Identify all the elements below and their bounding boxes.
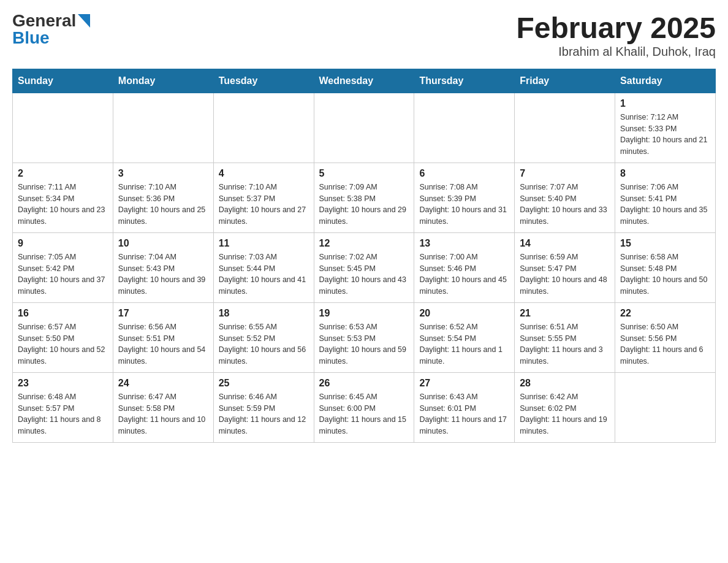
day-info: Sunrise: 7:08 AMSunset: 5:39 PMDaylight:…: [419, 182, 509, 228]
day-number: 4: [219, 168, 309, 179]
calendar-cell: [414, 93, 515, 163]
calendar-cell: 2Sunrise: 7:11 AMSunset: 5:34 PMDaylight…: [13, 163, 113, 232]
calendar-header: SundayMondayTuesdayWednesdayThursdayFrid…: [13, 69, 716, 93]
day-number: 19: [319, 308, 409, 319]
day-info: Sunrise: 7:10 AMSunset: 5:36 PMDaylight:…: [118, 182, 208, 228]
day-number: 20: [419, 308, 509, 319]
day-info: Sunrise: 7:04 AMSunset: 5:43 PMDaylight:…: [118, 251, 208, 297]
calendar-cell: 11Sunrise: 7:03 AMSunset: 5:44 PMDayligh…: [213, 232, 314, 302]
day-info: Sunrise: 7:09 AMSunset: 5:38 PMDaylight:…: [319, 182, 409, 228]
calendar-cell: 1Sunrise: 7:12 AMSunset: 5:33 PMDaylight…: [615, 93, 716, 163]
calendar-cell: 7Sunrise: 7:07 AMSunset: 5:40 PMDaylight…: [515, 163, 615, 232]
day-number: 16: [18, 308, 108, 319]
day-number: 22: [620, 308, 710, 319]
day-number: 14: [520, 238, 610, 249]
day-number: 2: [18, 168, 108, 179]
day-number: 26: [319, 378, 409, 389]
calendar-cell: 18Sunrise: 6:55 AMSunset: 5:52 PMDayligh…: [213, 302, 314, 372]
day-number: 5: [319, 168, 409, 179]
calendar-cell: 28Sunrise: 6:42 AMSunset: 6:02 PMDayligh…: [515, 372, 615, 442]
day-info: Sunrise: 7:11 AMSunset: 5:34 PMDaylight:…: [18, 182, 108, 228]
weekday-header-friday: Friday: [515, 69, 615, 93]
day-info: Sunrise: 6:56 AMSunset: 5:51 PMDaylight:…: [118, 321, 208, 367]
day-number: 28: [520, 378, 610, 389]
day-info: Sunrise: 6:43 AMSunset: 6:01 PMDaylight:…: [419, 391, 509, 437]
calendar-cell: [314, 93, 414, 163]
day-number: 7: [520, 168, 610, 179]
weekday-header-thursday: Thursday: [414, 69, 515, 93]
page-header: General Blue February 2025 Ibrahim al Kh…: [12, 12, 716, 59]
calendar-cell: 6Sunrise: 7:08 AMSunset: 5:39 PMDaylight…: [414, 163, 515, 232]
calendar-cell: 16Sunrise: 6:57 AMSunset: 5:50 PMDayligh…: [13, 302, 113, 372]
logo: General Blue: [12, 12, 90, 47]
weekday-header-row: SundayMondayTuesdayWednesdayThursdayFrid…: [13, 69, 716, 93]
calendar-cell: 15Sunrise: 6:58 AMSunset: 5:48 PMDayligh…: [615, 232, 716, 302]
calendar-week-3: 16Sunrise: 6:57 AMSunset: 5:50 PMDayligh…: [13, 302, 716, 372]
weekday-header-monday: Monday: [113, 69, 213, 93]
logo-general: General: [12, 12, 76, 29]
calendar-cell: 26Sunrise: 6:45 AMSunset: 6:00 PMDayligh…: [314, 372, 414, 442]
calendar-cell: 5Sunrise: 7:09 AMSunset: 5:38 PMDaylight…: [314, 163, 414, 232]
calendar-cell: 10Sunrise: 7:04 AMSunset: 5:43 PMDayligh…: [113, 232, 213, 302]
day-info: Sunrise: 7:03 AMSunset: 5:44 PMDaylight:…: [219, 251, 309, 297]
day-info: Sunrise: 7:12 AMSunset: 5:33 PMDaylight:…: [620, 112, 710, 158]
day-number: 10: [118, 238, 208, 249]
calendar-cell: [515, 93, 615, 163]
svg-marker-0: [78, 14, 90, 28]
day-number: 1: [620, 98, 710, 109]
day-number: 8: [620, 168, 710, 179]
day-number: 24: [118, 378, 208, 389]
day-number: 18: [219, 308, 309, 319]
calendar-cell: 8Sunrise: 7:06 AMSunset: 5:41 PMDaylight…: [615, 163, 716, 232]
day-info: Sunrise: 6:47 AMSunset: 5:58 PMDaylight:…: [118, 391, 208, 437]
day-number: 9: [18, 238, 108, 249]
calendar-week-2: 9Sunrise: 7:05 AMSunset: 5:42 PMDaylight…: [13, 232, 716, 302]
calendar-table: SundayMondayTuesdayWednesdayThursdayFrid…: [12, 69, 716, 443]
day-number: 17: [118, 308, 208, 319]
page-title: February 2025: [516, 12, 716, 45]
day-info: Sunrise: 6:59 AMSunset: 5:47 PMDaylight:…: [520, 251, 610, 297]
day-info: Sunrise: 6:46 AMSunset: 5:59 PMDaylight:…: [219, 391, 309, 437]
day-info: Sunrise: 6:48 AMSunset: 5:57 PMDaylight:…: [18, 391, 108, 437]
calendar-cell: 23Sunrise: 6:48 AMSunset: 5:57 PMDayligh…: [13, 372, 113, 442]
calendar-cell: 14Sunrise: 6:59 AMSunset: 5:47 PMDayligh…: [515, 232, 615, 302]
calendar-week-1: 2Sunrise: 7:11 AMSunset: 5:34 PMDaylight…: [13, 163, 716, 232]
day-number: 12: [319, 238, 409, 249]
calendar-cell: 24Sunrise: 6:47 AMSunset: 5:58 PMDayligh…: [113, 372, 213, 442]
day-number: 11: [219, 238, 309, 249]
calendar-week-0: 1Sunrise: 7:12 AMSunset: 5:33 PMDaylight…: [13, 93, 716, 163]
calendar-cell: 9Sunrise: 7:05 AMSunset: 5:42 PMDaylight…: [13, 232, 113, 302]
page-subtitle: Ibrahim al Khalil, Duhok, Iraq: [516, 45, 716, 59]
day-info: Sunrise: 7:07 AMSunset: 5:40 PMDaylight:…: [520, 182, 610, 228]
weekday-header-saturday: Saturday: [615, 69, 716, 93]
calendar-cell: 22Sunrise: 6:50 AMSunset: 5:56 PMDayligh…: [615, 302, 716, 372]
calendar-cell: 25Sunrise: 6:46 AMSunset: 5:59 PMDayligh…: [213, 372, 314, 442]
day-info: Sunrise: 6:52 AMSunset: 5:54 PMDaylight:…: [419, 321, 509, 367]
day-info: Sunrise: 6:57 AMSunset: 5:50 PMDaylight:…: [18, 321, 108, 367]
title-section: February 2025 Ibrahim al Khalil, Duhok, …: [516, 12, 716, 59]
weekday-header-wednesday: Wednesday: [314, 69, 414, 93]
day-info: Sunrise: 6:53 AMSunset: 5:53 PMDaylight:…: [319, 321, 409, 367]
day-info: Sunrise: 6:58 AMSunset: 5:48 PMDaylight:…: [620, 251, 710, 297]
calendar-cell: 12Sunrise: 7:02 AMSunset: 5:45 PMDayligh…: [314, 232, 414, 302]
day-number: 13: [419, 238, 509, 249]
day-info: Sunrise: 6:42 AMSunset: 6:02 PMDaylight:…: [520, 391, 610, 437]
logo-blue: Blue: [12, 29, 50, 47]
calendar-cell: 27Sunrise: 6:43 AMSunset: 6:01 PMDayligh…: [414, 372, 515, 442]
calendar-cell: 3Sunrise: 7:10 AMSunset: 5:36 PMDaylight…: [113, 163, 213, 232]
day-number: 15: [620, 238, 710, 249]
weekday-header-sunday: Sunday: [13, 69, 113, 93]
day-number: 27: [419, 378, 509, 389]
day-info: Sunrise: 7:00 AMSunset: 5:46 PMDaylight:…: [419, 251, 509, 297]
day-info: Sunrise: 6:51 AMSunset: 5:55 PMDaylight:…: [520, 321, 610, 367]
day-info: Sunrise: 7:06 AMSunset: 5:41 PMDaylight:…: [620, 182, 710, 228]
calendar-cell: 4Sunrise: 7:10 AMSunset: 5:37 PMDaylight…: [213, 163, 314, 232]
logo-arrow-icon: [78, 14, 90, 28]
day-info: Sunrise: 6:55 AMSunset: 5:52 PMDaylight:…: [219, 321, 309, 367]
calendar-cell: 17Sunrise: 6:56 AMSunset: 5:51 PMDayligh…: [113, 302, 213, 372]
calendar-cell: 13Sunrise: 7:00 AMSunset: 5:46 PMDayligh…: [414, 232, 515, 302]
day-info: Sunrise: 7:02 AMSunset: 5:45 PMDaylight:…: [319, 251, 409, 297]
day-info: Sunrise: 6:50 AMSunset: 5:56 PMDaylight:…: [620, 321, 710, 367]
day-number: 3: [118, 168, 208, 179]
calendar-cell: [615, 372, 716, 442]
